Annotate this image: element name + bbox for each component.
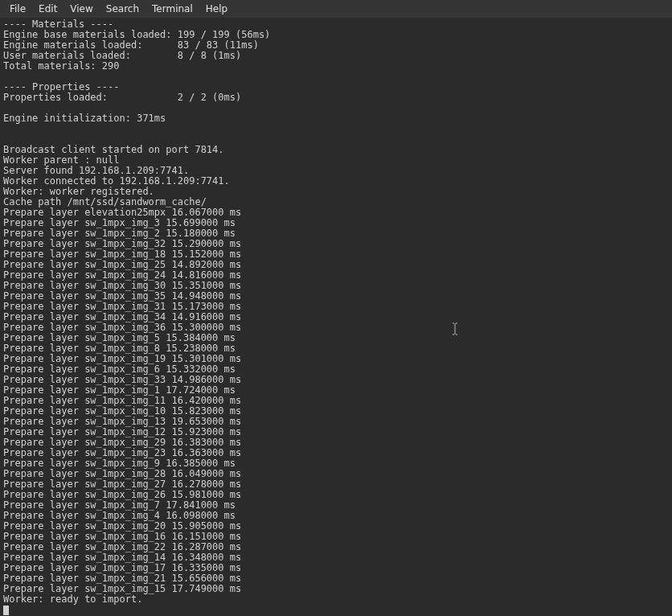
menu-help[interactable]: Help bbox=[199, 2, 234, 16]
menu-file[interactable]: File bbox=[3, 2, 32, 16]
terminal-line: Total materials: 290 bbox=[3, 61, 669, 72]
terminal-line: Engine initialization: 371ms bbox=[3, 113, 669, 124]
menu-view[interactable]: View bbox=[64, 2, 99, 16]
menubar: File Edit View Search Terminal Help bbox=[0, 0, 672, 18]
menu-terminal[interactable]: Terminal bbox=[145, 2, 199, 16]
terminal-line: Worker: ready to import. bbox=[3, 594, 669, 605]
menu-edit[interactable]: Edit bbox=[32, 2, 64, 16]
terminal-output[interactable]: ---- Materials ----Engine base materials… bbox=[0, 18, 672, 616]
menu-search[interactable]: Search bbox=[100, 2, 145, 16]
block-cursor-icon bbox=[3, 606, 9, 615]
terminal-prompt-line[interactable] bbox=[3, 605, 669, 615]
terminal-line bbox=[3, 124, 669, 134]
terminal-line: Properties loaded: 2 / 2 (0ms) bbox=[3, 92, 669, 103]
